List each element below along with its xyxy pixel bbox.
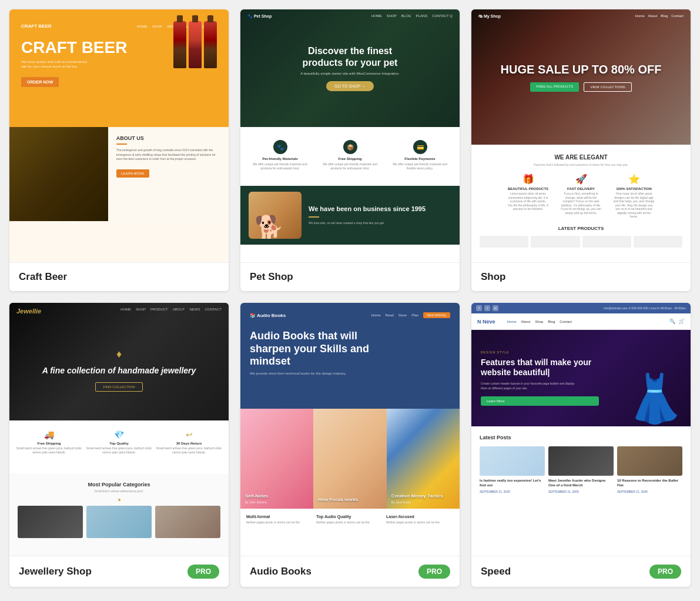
neve-nav: N Neve Home About Shop Blog Contact 🔍 🛒: [471, 313, 691, 330]
craft-beer-about-content: ABOUT US The emergence and growth of kin…: [108, 127, 229, 221]
shop-feature-3: ⭐ 100% SATISFACTION First many lot of ot…: [614, 173, 655, 219]
star-icon: ⭐: [614, 173, 655, 185]
nav-link-home: HOME: [137, 25, 148, 28]
pet-shop-cta[interactable]: GO TO SHOP →: [326, 81, 374, 91]
facebook-icon: f: [476, 305, 482, 311]
card-title-speed: Speed: [481, 566, 511, 577]
card-footer-audio-books: Audio Books PRO: [240, 556, 460, 587]
neve-latest-posts: Latest Posts Is fashion really too expen…: [471, 426, 691, 556]
badge-pro-jewellery: PRO: [187, 565, 219, 579]
shop-feature-title-1: BEAUTIFUL PRODUCTS: [508, 187, 549, 191]
neve-design-badge: DESIGN STYLE: [481, 350, 599, 354]
card-preview-audio-books: 📚 Audio Books Home Read Store Plan NEW A…: [240, 303, 460, 556]
shop-feature-text-1: Lorem ipsum dolor sit amet, consectetur …: [508, 192, 549, 211]
shop-feature-text-3: First many lot of other great designs ca…: [614, 192, 655, 219]
pet-shop-banner-title: We have been on business since 1995: [309, 205, 451, 213]
ps-feature-title-2: Free Shipping: [319, 157, 381, 161]
pet-shop-hero: 🐾 Pet Shop HOME SHOP BLOG PLANS CONTACT …: [240, 9, 460, 127]
shop-products-row: [480, 236, 682, 248]
pet-shop-sub: A beautifully simple starter site with W…: [300, 72, 399, 75]
jewellery-features: 🚚 Free Shipping Small-batch artisan free…: [9, 420, 229, 473]
ab-feature-title-2: Top Audio Quality: [316, 515, 384, 519]
audio-books-logo: 📚 Audio Books: [250, 313, 286, 318]
bottle-1: [173, 21, 186, 68]
audio-book-author-1: By John Stevens: [245, 500, 309, 504]
shop-feature-title-2: FAST DELIVERY: [561, 187, 602, 191]
pet-shop-headline: Discover the finest products for your pe…: [292, 45, 409, 68]
card-jewellery[interactable]: Jewellie HOME SHOP PRODUCT ABOUT NEWS CO…: [9, 303, 229, 587]
audio-books-hero: 📚 Audio Books Home Read Store Plan NEW A…: [240, 303, 460, 409]
audio-book-title-2: How Focus works: [318, 497, 381, 503]
craft-beer-about: ABOUT US The emergence and growth of kin…: [9, 127, 229, 221]
audio-books-grid: Self-Notes By John Stevens How Focus wor…: [240, 409, 460, 509]
audio-book-1: Self-Notes By John Stevens: [240, 409, 313, 509]
search-icon[interactable]: 🔍: [669, 319, 675, 324]
audio-book-title-3: Creative Money Tactics: [391, 493, 455, 499]
shop-btn-primary[interactable]: FREE ALL PRODUCTS: [530, 82, 579, 92]
ps-feature-title-3: Flexible Payments: [388, 157, 451, 161]
card-speed[interactable]: f t in info@domain.com ✆ 000-000-000 | m…: [471, 303, 691, 587]
jew-categories-dot: [118, 499, 120, 501]
card-footer-jewellery: Jewellery Shop PRO: [9, 556, 229, 587]
pet-shop-banner-text: We have been on business since 1995 We l…: [309, 205, 451, 225]
jewellery-cta[interactable]: FIND COLLECTION: [95, 382, 142, 392]
jew-feature-text-2: Small-batch artisan free green juice, ba…: [85, 446, 153, 455]
shop-btn-secondary[interactable]: VIEW COLLECTIONS: [584, 82, 631, 92]
neve-nav-right: 🔍 🛒: [669, 319, 685, 324]
ab-feature-1: Multi-format Neither pages pixels or ato…: [246, 515, 314, 550]
craft-beer-about-btn[interactable]: LEARN MORE: [116, 169, 149, 178]
card-audio-books[interactable]: 📚 Audio Books Home Read Store Plan NEW A…: [240, 303, 460, 587]
neve-banner-image: [608, 330, 691, 426]
audio-book-3: Creative Money Tactics By Jane Austin: [387, 409, 460, 509]
neve-social-icons: f t in: [476, 305, 498, 311]
card-pet-shop[interactable]: 🐾 Pet Shop HOME SHOP BLOG PLANS CONTACT …: [240, 9, 460, 291]
ps-feature-text-2: We offer unique pet-friendly materials a…: [319, 162, 381, 171]
jew-feature-title-2: Top Quality: [85, 442, 153, 445]
neve-posts-title: Latest Posts: [480, 435, 682, 440]
card-shop[interactable]: 🛍 My Shop Home About Blog Contact HUGE S…: [471, 9, 691, 291]
return-icon: ↩: [155, 430, 223, 439]
ab-feature-text-3: Neither pages pixels or atoms can be the: [386, 520, 454, 525]
neve-post-3: 10 Reasons to Reconsider the Ballet Flat…: [617, 446, 682, 493]
bottle-3: [204, 21, 217, 68]
craft-beer-cta[interactable]: ORDER NOW: [21, 77, 59, 87]
jewellery-cat-images: [18, 506, 220, 538]
craft-beer-bottom: [9, 221, 229, 262]
card-craft-beer[interactable]: CRAFT BEER HOME SHOP ABOUT PLANS CONTACT…: [9, 9, 229, 291]
bottle-2: [189, 21, 202, 68]
cart-icon[interactable]: 🛒: [679, 319, 685, 324]
neve-nav-links: Home About Shop Blog Contact: [507, 320, 572, 323]
template-grid: CRAFT BEER HOME SHOP ABOUT PLANS CONTACT…: [9, 9, 691, 587]
craft-beer-hero: CRAFT BEER HOME SHOP ABOUT PLANS CONTACT…: [9, 9, 229, 127]
ps-feature-icon-1: 🐾: [273, 140, 287, 154]
shop-hero-overlay: 🛍 My Shop Home About Blog Contact HUGE S…: [471, 9, 691, 145]
neve-cta[interactable]: Learn More: [481, 396, 599, 406]
quality-icon: 💎: [85, 430, 153, 439]
neve-post-title-1: Is fashion really too expensive! Let's f…: [480, 479, 545, 488]
pet-shop-features: 🐾 Pet-friendly Materials We offer unique…: [240, 127, 460, 186]
pet-shop-nav: 🐾 Pet Shop HOME SHOP BLOG PLANS CONTACT …: [240, 14, 460, 19]
jew-categories-title: Most Popular Categories: [18, 482, 220, 488]
shipping-icon: 🚚: [15, 430, 83, 439]
neve-post-image-2: [548, 446, 614, 476]
ab-feature-title-1: Multi-format: [246, 515, 314, 519]
shop-buttons: FREE ALL PRODUCTS VIEW COLLECTIONS: [530, 82, 631, 92]
shop-product-3: [582, 236, 631, 248]
shop-latest-title: LATEST PRODUCTS: [480, 226, 682, 231]
neve-hero: f t in info@domain.com ✆ 000-000-000 | m…: [471, 303, 691, 426]
shop-feature-1: 🎁 BEAUTIFUL PRODUCTS Lorem ipsum dolor s…: [508, 173, 549, 219]
audio-books-badge: NEW ARRIVAL: [423, 312, 450, 318]
ab-feature-3: Laser-focused Neither pages pixels or at…: [386, 515, 454, 550]
craft-beer-about-title: ABOUT US: [116, 135, 220, 141]
ab-feature-text-1: Neither pages pixels or atoms can be the: [246, 520, 314, 525]
pet-shop-logo: 🐾 Pet Shop: [247, 14, 272, 19]
jewellery-logo: Jewellie: [16, 308, 41, 315]
badge-pro-speed: PRO: [649, 565, 681, 579]
neve-contact-info: info@domain.com ✆ 000-000-000 | mon-fri …: [604, 306, 686, 310]
card-footer-pet-shop: Pet Shop: [240, 262, 460, 291]
card-preview-shop: 🛍 My Shop Home About Blog Contact HUGE S…: [471, 9, 691, 262]
neve-post-date-1: SEPTEMBER 21, 2020: [480, 490, 545, 493]
ps-feature-icon-2: 📦: [343, 140, 357, 154]
card-title-pet-shop: Pet Shop: [250, 271, 293, 283]
card-footer-speed: Speed PRO: [471, 556, 691, 587]
